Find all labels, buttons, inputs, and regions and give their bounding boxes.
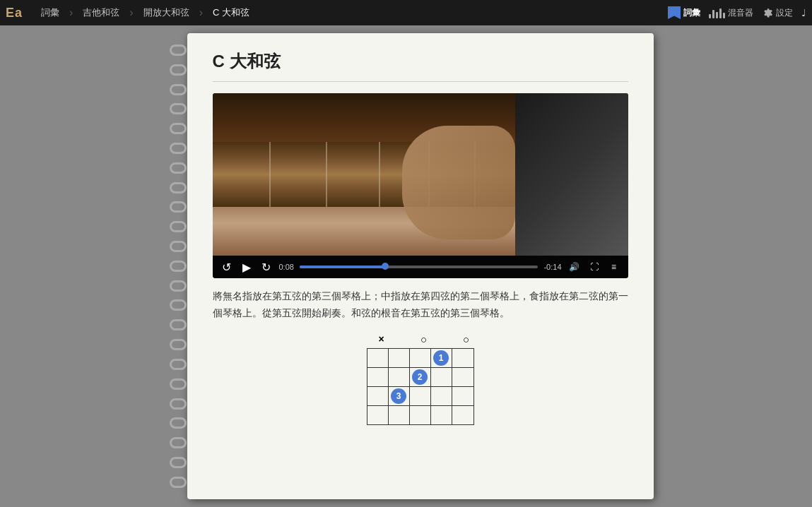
menubar: Ea 詞彙 › 吉他和弦 › 開放大和弦 › C 大和弦 詞彙 混音器 設定: [0, 0, 812, 25]
spiral-ring: [170, 182, 187, 193]
app-logo: Ea: [6, 6, 23, 20]
music-button[interactable]: ♩: [801, 7, 806, 18]
bookmark-icon: [668, 6, 681, 19]
chord-cell-4-4: [431, 406, 452, 424]
page-title: C 大和弦: [213, 50, 628, 73]
chord-cell-1-3: [410, 349, 431, 367]
captions-button[interactable]: ≡: [607, 260, 621, 274]
eq-bar-2: [712, 10, 714, 18]
finger-3: 3: [391, 388, 406, 404]
music-icon: ♩: [801, 7, 806, 18]
spiral-ring: [170, 339, 187, 350]
menu-item-guitar-chords[interactable]: 吉他和弦: [83, 6, 119, 19]
chord-grid: 1 2: [367, 348, 474, 425]
menu-item-vocabulary[interactable]: 詞彙: [41, 6, 59, 19]
chord-cell-2-1: [367, 368, 389, 386]
vocabulary-label: 詞彙: [683, 7, 700, 19]
breadcrumb-sep2: ›: [129, 6, 133, 19]
chord-description: 將無名指放在第五弦的第三個琴格上；中指放在第四弦的第二個琴格上，食指放在第二弦的…: [213, 288, 628, 322]
page-content: C 大和弦 ↺: [187, 33, 654, 499]
spiral-ring: [170, 221, 187, 232]
eq-bar-5: [723, 13, 725, 18]
menu-right-group: 詞彙 混音器 設定 ♩: [668, 6, 806, 19]
spiral-ring: [170, 457, 187, 468]
vocabulary-button[interactable]: 詞彙: [668, 6, 700, 19]
string-mark-1: ×: [371, 333, 392, 345]
remaining-time: -0:14: [543, 263, 561, 271]
chord-cell-3-4: [431, 387, 452, 405]
breadcrumb-sep1: ›: [69, 6, 73, 19]
video-controls: ↺ ▶ ↻ 0:08 -0:14 🔊 ⛶ ≡: [213, 256, 628, 278]
guitar-headstock: [515, 93, 628, 256]
chord-diagram: × ○ ○ 1: [213, 333, 628, 425]
string-mark-3: ○: [413, 333, 435, 345]
chord-cell-3-2: 3: [389, 387, 410, 405]
mixer-label: 混音器: [728, 7, 753, 19]
main-content: C 大和弦 ↺: [0, 25, 812, 507]
spiral-ring: [170, 241, 187, 252]
chord-cell-2-3: 2: [410, 368, 431, 386]
equalizer-icon: [709, 7, 725, 18]
spiral-ring: [170, 319, 187, 330]
chord-cell-1-1: [367, 349, 389, 367]
spiral-ring: [170, 143, 187, 154]
video-thumbnail: [213, 93, 628, 256]
volume-button[interactable]: 🔊: [567, 260, 582, 274]
eq-bar-3: [716, 12, 718, 18]
progress-fill: [300, 266, 386, 268]
spiral-ring: [170, 162, 187, 174]
chord-cell-2-5: [452, 368, 473, 386]
spiral-ring: [170, 44, 187, 56]
spiral-ring: [170, 299, 187, 311]
chord-cell-1-4: 1: [431, 349, 452, 367]
title-divider: [213, 81, 628, 82]
spiral-ring: [170, 437, 187, 448]
finger-1: 1: [433, 350, 449, 366]
settings-button[interactable]: 設定: [762, 7, 793, 19]
breadcrumb-sep3: ›: [199, 6, 203, 19]
string-mark-5: ○: [456, 333, 477, 345]
chord-cell-3-1: [367, 387, 389, 405]
chord-row-2: 2: [367, 368, 473, 387]
menu-item-c-chord[interactable]: C 大和弦: [213, 6, 249, 19]
forward-button[interactable]: ↻: [259, 260, 273, 274]
spiral-ring: [170, 417, 187, 429]
chord-row-4: [367, 406, 473, 424]
progress-bar[interactable]: [300, 266, 539, 268]
fret-line: [326, 142, 327, 207]
notebook: C 大和弦 ↺: [187, 33, 654, 499]
settings-label: 設定: [776, 7, 793, 19]
mixer-button[interactable]: 混音器: [709, 7, 753, 19]
spiral-ring: [170, 201, 187, 213]
chord-cell-4-5: [452, 406, 473, 424]
finger-2: 2: [412, 369, 428, 385]
spiral-ring: [170, 378, 187, 390]
gear-icon: [762, 7, 773, 18]
spiral-ring: [170, 84, 187, 95]
spiral-ring: [170, 398, 187, 410]
spiral-ring: [170, 103, 187, 114]
hand-silhouette: [402, 126, 515, 239]
chord-cell-4-3: [410, 406, 431, 424]
chord-cell-1-2: [389, 349, 410, 367]
spiral-binding: [167, 33, 189, 499]
spiral-ring: [170, 64, 187, 76]
chord-cell-2-2: [389, 368, 410, 386]
spiral-ring: [170, 261, 187, 272]
chord-cell-3-5: [452, 387, 473, 405]
chord-row-1: 1: [367, 349, 473, 368]
play-button[interactable]: ▶: [240, 260, 254, 274]
menu-item-open-chords[interactable]: 開放大和弦: [143, 6, 189, 19]
chord-cell-2-4: [431, 368, 452, 386]
video-player[interactable]: ↺ ▶ ↻ 0:08 -0:14 🔊 ⛶ ≡: [213, 93, 628, 278]
fret-line: [379, 142, 380, 207]
fret-line: [269, 142, 271, 207]
current-time: 0:08: [279, 263, 294, 271]
eq-bar-4: [719, 8, 722, 18]
spiral-ring: [170, 280, 187, 292]
eq-bar-1: [709, 14, 711, 18]
fullscreen-button[interactable]: ⛶: [587, 260, 601, 274]
spiral-ring: [170, 359, 187, 370]
rewind-button[interactable]: ↺: [220, 260, 234, 274]
chord-header-row: × ○ ○: [364, 333, 477, 345]
